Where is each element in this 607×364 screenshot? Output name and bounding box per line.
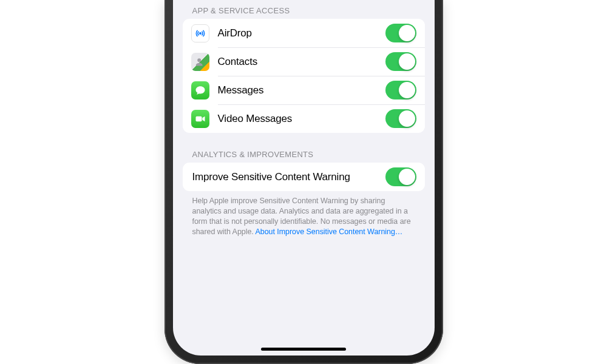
- toggle-knob: [399, 25, 415, 41]
- toggle-airdrop[interactable]: [385, 24, 416, 42]
- video-messages-icon: [191, 110, 209, 128]
- toggle-knob: [399, 110, 415, 127]
- toggle-contacts[interactable]: [385, 52, 416, 71]
- toggle-knob: [399, 53, 415, 70]
- group-app-service-access: AirDrop Contacts: [183, 19, 425, 133]
- row-contacts[interactable]: Contacts: [183, 47, 425, 76]
- row-video-messages[interactable]: Video Messages: [183, 104, 425, 133]
- row-label: Video Messages: [218, 113, 385, 125]
- airdrop-icon: [191, 24, 209, 42]
- toggle-knob: [399, 82, 415, 98]
- messages-icon: [191, 81, 209, 99]
- toggle-messages[interactable]: [385, 81, 416, 99]
- toggle-knob: [399, 169, 415, 185]
- contacts-icon: [191, 53, 209, 71]
- toggle-video-messages[interactable]: [385, 109, 416, 128]
- row-label: Contacts: [218, 56, 385, 68]
- svg-point-1: [197, 58, 201, 62]
- row-improve-sensitive-content[interactable]: Improve Sensitive Content Warning: [183, 163, 425, 191]
- group-analytics: Improve Sensitive Content Warning: [183, 163, 425, 191]
- row-label: Messages: [218, 84, 385, 96]
- section-header-access: APP & SERVICE ACCESS: [183, 6, 425, 19]
- section-footer-analytics: Help Apple improve Sensitive Content War…: [183, 191, 425, 237]
- footer-link-about[interactable]: About Improve Sensitive Content Warning…: [255, 228, 402, 236]
- section-header-analytics: ANALYTICS & IMPROVEMENTS: [183, 133, 425, 163]
- row-airdrop[interactable]: AirDrop: [183, 19, 425, 47]
- home-indicator[interactable]: [261, 348, 346, 351]
- row-label: AirDrop: [218, 27, 385, 39]
- row-label: Improve Sensitive Content Warning: [192, 171, 385, 183]
- svg-rect-2: [195, 116, 202, 121]
- row-messages[interactable]: Messages: [183, 76, 425, 104]
- svg-point-0: [198, 32, 201, 34]
- phone-frame: APP & SERVICE ACCESS AirDrop: [164, 0, 443, 364]
- settings-screen: APP & SERVICE ACCESS AirDrop: [173, 0, 435, 356]
- toggle-improve-sensitive-content[interactable]: [385, 167, 416, 186]
- content: APP & SERVICE ACCESS AirDrop: [173, 0, 435, 237]
